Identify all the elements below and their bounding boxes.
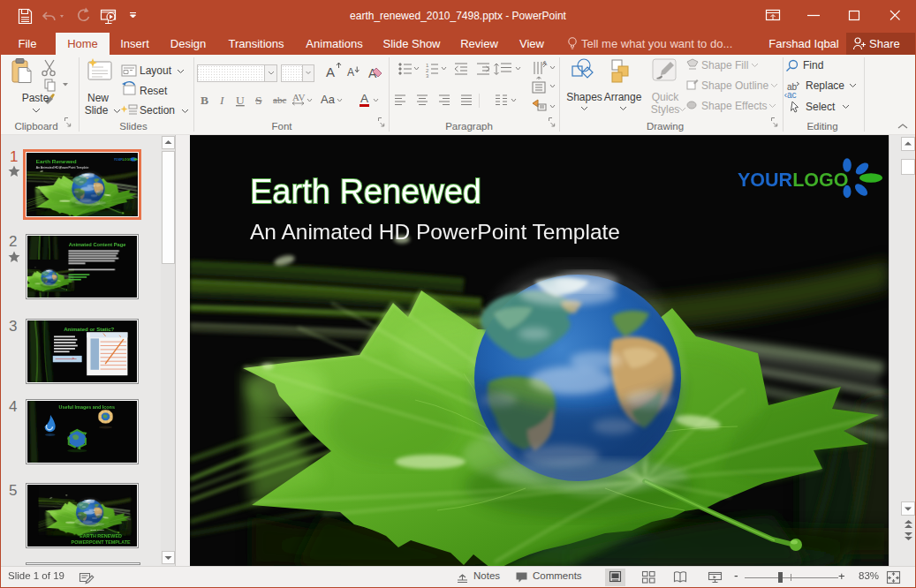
svg-text:An Animated HD PowerPoint Temp: An Animated HD PowerPoint Template [36, 166, 89, 170]
svg-text:U: U [236, 94, 245, 107]
svg-text:YOURLOGO: YOURLOGO [738, 170, 848, 191]
svg-text:EARTH RENEWED: EARTH RENEWED [79, 533, 122, 539]
svg-text:An Animated HD PowerPoint Temp: An Animated HD PowerPoint Template [250, 220, 620, 244]
svg-text:A: A [347, 66, 354, 79]
svg-text:A: A [326, 64, 335, 79]
svg-text:ac: ac [787, 90, 797, 100]
svg-text:I: I [219, 94, 225, 107]
svg-text:YOURLOGO: YOURLOGO [114, 158, 132, 162]
svg-text:S: S [255, 94, 262, 107]
svg-text:Aa: Aa [321, 93, 336, 106]
svg-text:AV: AV [292, 92, 306, 102]
svg-text:3: 3 [426, 73, 429, 79]
svg-text:A: A [360, 92, 368, 105]
svg-text:POWERPOINT TEMPLATE: POWERPOINT TEMPLATE [72, 539, 132, 545]
svg-text:Earth Renewed: Earth Renewed [250, 173, 481, 210]
svg-text:B: B [201, 94, 208, 107]
svg-text:abc: abc [273, 94, 286, 105]
svg-text:Animated Content Page: Animated Content Page [69, 242, 126, 247]
svg-text:Useful Images and Icons: Useful Images and Icons [59, 405, 115, 411]
svg-text:Earth Renewed: Earth Renewed [36, 158, 77, 164]
svg-text:Animated or Static?: Animated or Static? [64, 327, 115, 332]
svg-text:A: A [542, 59, 548, 67]
